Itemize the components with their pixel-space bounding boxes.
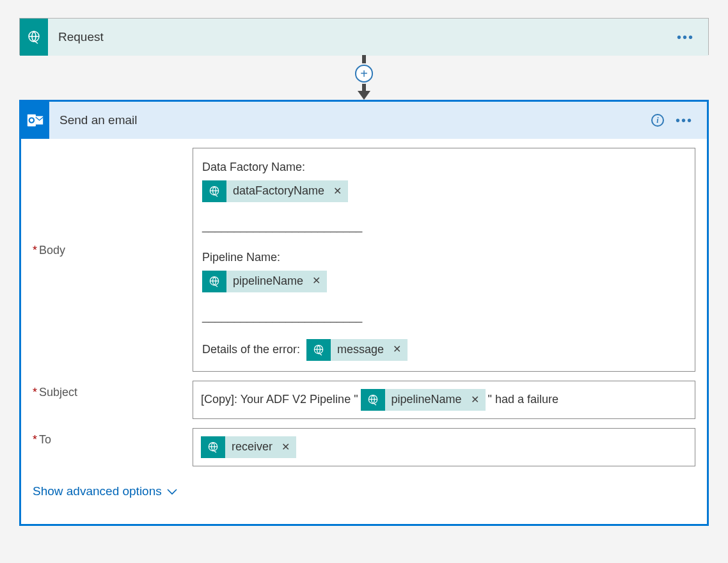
globe-icon — [367, 393, 379, 406]
body-row: *Body Data Factory Name: da — [33, 148, 695, 372]
body-separator: _________________________ — [202, 211, 686, 241]
subject-label: *Subject — [33, 381, 193, 399]
request-card[interactable]: Request ••• — [19, 18, 709, 55]
token-receiver[interactable]: receiver✕ — [201, 436, 296, 458]
request-icon — [20, 19, 48, 56]
body-text-dfname: Data Factory Name: — [202, 160, 305, 175]
body-input[interactable]: Data Factory Name: dataFactoryName✕ — [193, 148, 695, 372]
connector: + — [19, 55, 709, 100]
send-email-title: Send an email — [49, 113, 651, 127]
globe-icon — [208, 185, 221, 198]
email-more-button[interactable]: ••• — [672, 111, 697, 131]
globe-icon — [207, 441, 219, 454]
subject-row: *Subject [Copy]: Your ADF V2 Pipeline " … — [33, 381, 695, 419]
chevron-down-icon — [167, 484, 177, 498]
body-text-pipelinename: Pipeline Name: — [202, 250, 280, 265]
subject-text-prefix: [Copy]: Your ADF V2 Pipeline " — [201, 393, 358, 406]
send-email-card[interactable]: Send an email i ••• *Body Data Factory N… — [19, 100, 709, 526]
token-datafactoryname[interactable]: dataFactoryName✕ — [202, 180, 348, 202]
show-advanced-options-link[interactable]: Show advanced options — [33, 484, 177, 498]
body-label: *Body — [33, 148, 193, 257]
request-title: Request — [48, 30, 673, 44]
globe-icon — [208, 275, 221, 288]
to-label: *To — [33, 428, 193, 447]
to-input[interactable]: receiver✕ — [193, 428, 695, 466]
to-row: *To receiver✕ — [33, 428, 695, 466]
globe-icon — [26, 29, 42, 45]
arrow-down-icon — [358, 91, 370, 100]
subject-input[interactable]: [Copy]: Your ADF V2 Pipeline " pipelineN… — [193, 381, 695, 419]
request-more-button[interactable]: ••• — [673, 28, 698, 47]
token-pipelinename[interactable]: pipelineName✕ — [202, 271, 327, 292]
body-text-error: Details of the error: — [202, 342, 300, 357]
token-pipelinename-subject[interactable]: pipelineName✕ — [361, 389, 486, 411]
add-step-button[interactable]: + — [355, 65, 373, 82]
subject-text-suffix: " had a failure — [488, 393, 558, 406]
info-icon[interactable]: i — [651, 114, 664, 127]
token-remove-icon[interactable]: ✕ — [279, 441, 290, 453]
outlook-icon — [21, 102, 49, 139]
token-remove-icon[interactable]: ✕ — [390, 343, 401, 356]
token-remove-icon[interactable]: ✕ — [310, 274, 320, 288]
token-remove-icon[interactable]: ✕ — [331, 185, 342, 198]
token-message[interactable]: message✕ — [306, 339, 408, 361]
globe-icon — [312, 344, 325, 356]
body-separator: _________________________ — [202, 301, 686, 331]
token-remove-icon[interactable]: ✕ — [468, 393, 479, 406]
